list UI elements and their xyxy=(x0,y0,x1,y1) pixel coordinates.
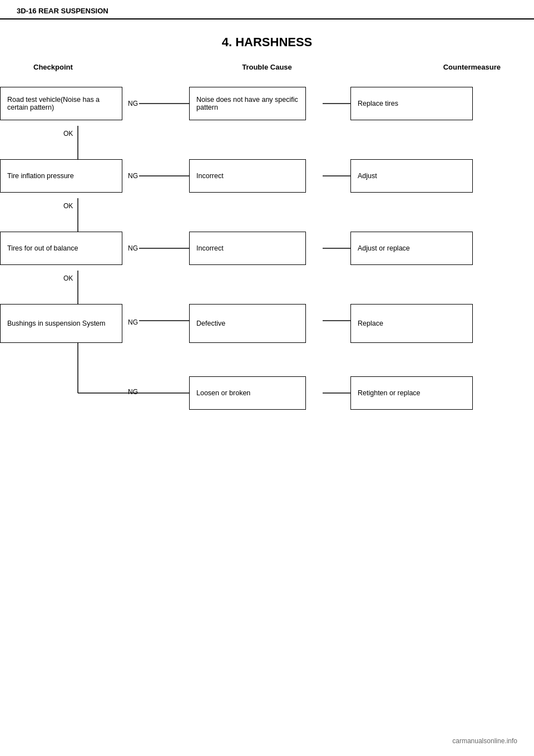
row3-trouble-box: Incorrect xyxy=(189,232,306,265)
row1-trouble-box: Noise does not have any specific pattern xyxy=(189,87,306,120)
countermeasure-box-2: Adjust xyxy=(350,159,473,193)
countermeasure-box-3: Adjust or replace xyxy=(350,232,473,265)
trouble-label-2: Incorrect xyxy=(196,172,224,180)
countermeasure-box-4: Replace xyxy=(350,304,473,343)
countermeasure-header: Countermeasure xyxy=(389,63,501,71)
trouble-label-4: Defective xyxy=(196,320,225,327)
trouble-box-1: Noise does not have any specific pattern xyxy=(189,87,306,120)
row4-checkpoint-box: Bushings in suspension System xyxy=(0,304,122,343)
row2-ok-label: OK xyxy=(63,200,73,210)
row1-ng-label: NG xyxy=(126,98,139,108)
trouble-label-1: Noise does not have any specific pattern xyxy=(196,96,299,111)
countermeasure-label-2: Adjust xyxy=(358,172,377,180)
countermeasure-label-3: Adjust or replace xyxy=(358,244,410,252)
trouble-box-4: Defective xyxy=(189,304,306,343)
row3-checkpoint-box: Tires for out of balance xyxy=(0,232,122,265)
trouble-label-3: Incorrect xyxy=(196,244,224,252)
trouble-header: Trouble Cause xyxy=(211,63,323,71)
diagram-lines xyxy=(17,81,517,482)
watermark: carmanualsonline.info xyxy=(452,737,517,745)
row4-ng-label: NG xyxy=(126,317,139,327)
checkpoint-header: Checkpoint xyxy=(33,63,145,71)
trouble-label-5: Loosen or broken xyxy=(196,389,250,397)
checkpoint-box-1: Road test vehicle(Noise has a certain pa… xyxy=(0,87,122,120)
row1-ok-label: OK xyxy=(63,128,73,138)
checkpoint-box-4: Bushings in suspension System xyxy=(0,304,122,343)
trouble-box-5: Loosen or broken xyxy=(189,376,306,410)
header-title: 3D-16 REAR SUSPENSION xyxy=(17,7,108,15)
countermeasure-box-5: Retighten or replace xyxy=(350,376,473,410)
row5-countermeasure-box: Retighten or replace xyxy=(350,376,473,410)
countermeasure-label-5: Retighten or replace xyxy=(358,389,421,397)
row3-ng-label: NG xyxy=(126,243,139,253)
row3-countermeasure-box: Adjust or replace xyxy=(350,232,473,265)
checkpoint-label-2: Tire inflation pressure xyxy=(7,172,74,180)
row3-ok-label: OK xyxy=(63,273,73,283)
checkpoint-box-3: Tires for out of balance xyxy=(0,232,122,265)
trouble-box-3: Incorrect xyxy=(189,232,306,265)
checkpoint-label-1: Road test vehicle(Noise has a certain pa… xyxy=(7,96,115,111)
row2-trouble-box: Incorrect xyxy=(189,159,306,193)
checkpoint-label-3: Tires for out of balance xyxy=(7,244,78,252)
main-title: 4. HARSHNESS xyxy=(0,35,534,50)
trouble-box-2: Incorrect xyxy=(189,159,306,193)
row4-trouble-box: Defective xyxy=(189,304,306,343)
checkpoint-label-4: Bushings in suspension System xyxy=(7,320,105,327)
row2-countermeasure-box: Adjust xyxy=(350,159,473,193)
row5-ng-label: NG xyxy=(126,386,139,396)
countermeasure-box-1: Replace tires xyxy=(350,87,473,120)
row1-checkpoint-box: Road test vehicle(Noise has a certain pa… xyxy=(0,87,122,120)
row4-countermeasure-box: Replace xyxy=(350,304,473,343)
checkpoint-box-2: Tire inflation pressure xyxy=(0,159,122,193)
countermeasure-label-1: Replace tires xyxy=(358,100,398,107)
row1-countermeasure-box: Replace tires xyxy=(350,87,473,120)
row5-trouble-box: Loosen or broken xyxy=(189,376,306,410)
countermeasure-label-4: Replace xyxy=(358,320,383,327)
row2-ng-label: NG xyxy=(126,170,139,180)
page-header: 3D-16 REAR SUSPENSION xyxy=(0,0,534,19)
row2-checkpoint-box: Tire inflation pressure xyxy=(0,159,122,193)
